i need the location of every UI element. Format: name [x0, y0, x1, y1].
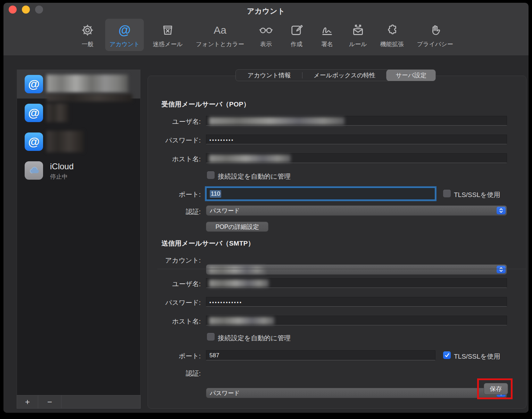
redacted-account-name	[47, 131, 84, 152]
pop-auto-manage-checkbox[interactable]	[207, 171, 215, 179]
at-icon: @	[117, 22, 133, 38]
account-list: @ @ @ iCloud 停止中	[17, 69, 141, 409]
add-account-button[interactable]: +	[17, 395, 38, 408]
toolbar-label: ルール	[349, 40, 367, 48]
redacted-host	[209, 155, 291, 162]
toolbar-item-composing[interactable]: 作成	[284, 19, 309, 51]
signature-icon	[319, 22, 335, 38]
toolbar-label: アカウント	[109, 40, 140, 48]
smtp-auto-manage-checkbox[interactable]	[207, 333, 215, 341]
icloud-name: iCloud	[50, 162, 74, 171]
at-icon: @	[25, 132, 43, 151]
redacted-smtp-account	[209, 266, 266, 274]
toolbar-label: プライバシー	[417, 40, 453, 48]
toolbar-item-accounts[interactable]: @ アカウント	[105, 19, 144, 51]
minus-icon: −	[47, 397, 52, 407]
tab-mailbox-behaviors[interactable]: メールボックスの特性	[302, 70, 386, 81]
junk-bin-icon	[160, 22, 176, 38]
smtp-auth-dropdown[interactable]: パスワード	[206, 388, 507, 398]
rules-envelope-icon	[350, 22, 366, 38]
button-label: POPの詳細設定	[216, 223, 259, 231]
redacted-host	[209, 317, 274, 325]
toolbar-label: 署名	[321, 40, 333, 48]
red-annotation-rectangle	[477, 378, 513, 399]
pop-username-field[interactable]	[206, 116, 507, 126]
pop-auth-dropdown[interactable]: パスワード	[206, 205, 507, 216]
toolbar-label: 作成	[291, 40, 302, 48]
chevron-up-down-icon	[497, 266, 506, 273]
redacted-username	[209, 280, 269, 287]
toolbar-label: 表示	[260, 40, 272, 48]
smtp-port-field[interactable]: 587	[206, 350, 435, 360]
tab-label: サーバ設定	[396, 71, 426, 79]
toolbar-item-viewing[interactable]: 表示	[253, 19, 279, 51]
pop-section-heading: 受信用メールサーバ（POP）	[161, 100, 250, 109]
password-dots: •••••••••	[209, 137, 234, 143]
plus-icon: +	[25, 397, 30, 407]
smtp-port-label: ポート:	[149, 352, 201, 361]
toolbar-item-privacy[interactable]: プライバシー	[413, 19, 457, 51]
window-title: アカウント	[3, 6, 529, 16]
tab-label: アカウント情報	[248, 71, 291, 79]
account-row-1[interactable]: @	[17, 70, 140, 99]
account-row-3[interactable]: @	[17, 127, 140, 156]
puzzle-icon	[384, 22, 400, 38]
smtp-username-label: ユーザ名:	[149, 280, 201, 289]
tab-label: メールボックスの特性	[314, 71, 375, 79]
smtp-tls-checkbox[interactable]	[443, 351, 451, 359]
smtp-username-field[interactable]	[206, 278, 507, 288]
tab-server-settings[interactable]: サーバ設定	[386, 70, 435, 81]
pop-tls-checkbox[interactable]	[443, 190, 451, 197]
toolbar-label: 迷惑メール	[153, 40, 183, 48]
pop-password-field[interactable]: •••••••••	[206, 135, 507, 144]
titlebar: アカウント	[3, 3, 529, 19]
smtp-auto-manage-label: 接続設定を自動的に管理	[218, 334, 291, 343]
account-row-icloud[interactable]: iCloud 停止中	[17, 156, 140, 185]
preferences-toolbar: 一般 @ アカウント 迷惑メール Aa フォントとカラー 表	[3, 19, 529, 55]
dropdown-value: パスワード	[210, 207, 240, 215]
smtp-password-field[interactable]: ••••••••••••	[206, 297, 507, 307]
compose-icon	[289, 22, 305, 38]
pop-port-label: ポート:	[149, 190, 201, 199]
gear-icon	[80, 22, 95, 38]
pop-tls-label: TLS/SSLを使用	[454, 190, 500, 199]
toolbar-item-rules[interactable]: ルール	[345, 19, 371, 51]
pop-auth-label: 認証:	[149, 207, 201, 216]
fonts-icon: Aa	[212, 22, 228, 38]
pop-port-field[interactable]: 110	[206, 187, 435, 200]
toolbar-item-junk-mail[interactable]: 迷惑メール	[149, 19, 187, 51]
port-value: 587	[209, 352, 219, 359]
remove-account-button[interactable]: −	[38, 395, 61, 408]
account-list-toolbar: + −	[17, 395, 141, 409]
pop-password-label: パスワード:	[149, 136, 201, 145]
toolbar-item-fonts-colors[interactable]: Aa フォントとカラー	[192, 19, 248, 51]
smtp-host-field[interactable]	[206, 316, 507, 325]
redacted-username	[209, 117, 344, 125]
section-divider	[157, 269, 526, 269]
pop-host-field[interactable]	[206, 153, 507, 163]
smtp-host-label: ホスト名:	[149, 317, 201, 326]
smtp-account-label: アカウント:	[149, 256, 201, 265]
tab-account-info[interactable]: アカウント情報	[236, 70, 302, 81]
toolbar-item-general[interactable]: 一般	[75, 19, 100, 51]
pop-advanced-button[interactable]: POPの詳細設定	[206, 222, 268, 232]
toolbar-label: フォントとカラー	[196, 40, 244, 48]
redacted-account-name	[47, 103, 69, 122]
smtp-account-dropdown[interactable]	[206, 264, 507, 275]
smtp-auth-label: 認証:	[149, 369, 201, 378]
at-icon: @	[25, 75, 43, 93]
toolbar-item-signatures[interactable]: 署名	[314, 19, 340, 51]
toolbar-item-extensions[interactable]: 機能拡張	[376, 19, 408, 51]
toolbar-label: 一般	[82, 40, 93, 48]
list-toolbar-filler	[61, 395, 140, 408]
smtp-section-heading: 送信用メールサーバ（SMTP）	[161, 239, 255, 248]
toolbar-label: 機能拡張	[380, 40, 404, 48]
account-row-2[interactable]: @	[17, 99, 140, 127]
preferences-window: アカウント 一般 @ アカウント 迷惑メール Aa	[3, 3, 529, 413]
dropdown-value: パスワード	[210, 389, 240, 397]
icloud-cloud-icon	[25, 161, 43, 180]
pop-auto-manage-label: 接続設定を自動的に管理	[218, 172, 291, 181]
pop-username-label: ユーザ名:	[149, 117, 201, 126]
password-dots: ••••••••••••	[209, 300, 242, 305]
redacted-account-name	[47, 75, 128, 93]
